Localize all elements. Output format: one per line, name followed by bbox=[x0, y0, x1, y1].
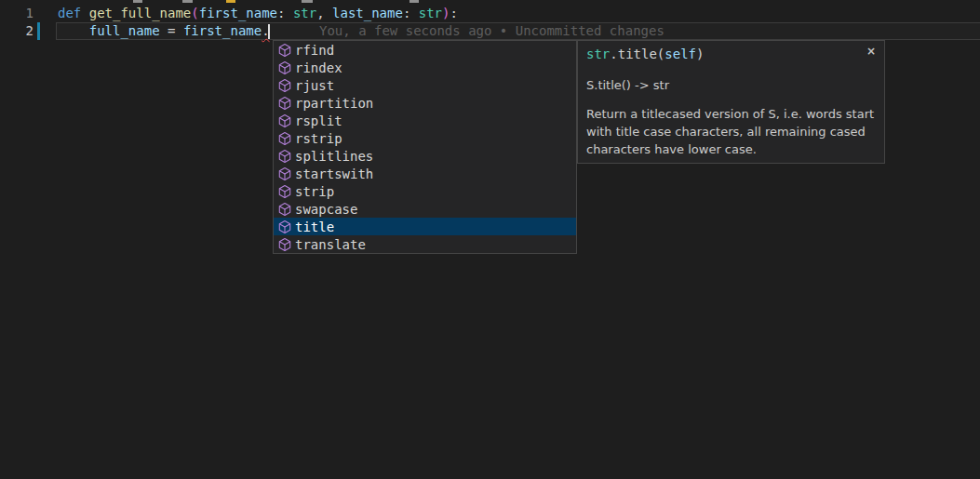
close-icon[interactable]: × bbox=[863, 44, 879, 59]
suggestion-label: translate bbox=[295, 237, 366, 252]
code-token: str bbox=[293, 6, 316, 20]
symbol-method-icon bbox=[277, 166, 292, 181]
symbol-method-icon bbox=[277, 184, 292, 199]
clipped-code-fragment bbox=[302, 0, 313, 3]
code-token bbox=[58, 23, 89, 38]
suggestion-item[interactable]: startswith bbox=[274, 165, 576, 182]
code-token: , bbox=[316, 6, 332, 20]
suggestion-item[interactable]: rpartition bbox=[274, 94, 576, 112]
code-token: def bbox=[58, 6, 89, 20]
clipped-code-fragment bbox=[133, 0, 142, 3]
symbol-method-icon bbox=[277, 220, 292, 234]
code-token: first_name bbox=[199, 6, 277, 20]
code-token: first_name bbox=[183, 23, 262, 38]
suggestion-item[interactable]: title bbox=[274, 218, 576, 235]
suggest-widget: rfind rindex rjust rpartition rsplit rst… bbox=[273, 40, 577, 254]
suggestion-label: rsplit bbox=[295, 113, 342, 128]
suggestion-label: splitlines bbox=[295, 149, 373, 164]
docs-description: Return a titlecased version of S, i.e. w… bbox=[586, 105, 876, 158]
code-token: get_full_name bbox=[89, 6, 192, 20]
docs-summary: S.title() -> str bbox=[586, 77, 876, 93]
suggestion-item[interactable]: rstrip bbox=[274, 129, 576, 147]
docs-signature: str.title(self) bbox=[586, 47, 876, 62]
suggestion-label: strip bbox=[295, 184, 334, 199]
symbol-method-icon bbox=[277, 43, 292, 58]
code-token: .title( bbox=[610, 47, 665, 61]
symbol-method-icon bbox=[277, 202, 292, 217]
suggest-docs-panel: str.title(self) × S.title() -> str Retur… bbox=[577, 40, 885, 164]
suggestion-label: rindex bbox=[295, 60, 342, 75]
suggestion-label: rfind bbox=[295, 43, 334, 58]
suggestion-item[interactable]: rjust bbox=[274, 76, 576, 94]
symbol-method-icon bbox=[277, 60, 292, 75]
code-token: self bbox=[665, 47, 696, 61]
clipped-code-fragment bbox=[182, 0, 193, 3]
vscode-editor-window: 1 2 def get_full_name(first_name: str, l… bbox=[0, 0, 980, 479]
suggestion-item[interactable]: strip bbox=[274, 182, 576, 200]
line-number-2[interactable]: 2 bbox=[0, 22, 34, 40]
suggestion-item[interactable]: splitlines bbox=[274, 147, 576, 165]
code-token: last_name bbox=[332, 6, 403, 20]
suggestion-item[interactable]: translate bbox=[274, 235, 576, 253]
code-token: ) bbox=[442, 6, 450, 20]
symbol-method-icon bbox=[277, 78, 292, 93]
code-line-1[interactable]: def get_full_name(first_name: str, last_… bbox=[58, 5, 458, 22]
line-number-1[interactable]: 1 bbox=[0, 5, 34, 22]
text-cursor bbox=[268, 24, 270, 39]
symbol-method-icon bbox=[277, 237, 292, 252]
clipped-code-fragment bbox=[226, 0, 235, 3]
gitlens-blame-annotation: You, a few seconds ago • Uncommitted cha… bbox=[319, 22, 665, 40]
code-line-2[interactable]: full_name = first_name. bbox=[58, 22, 270, 40]
symbol-method-icon bbox=[277, 113, 292, 128]
suggestion-item[interactable]: rfind bbox=[274, 41, 576, 59]
suggestion-label: rstrip bbox=[295, 131, 342, 146]
suggestion-label: title bbox=[295, 220, 334, 234]
code-token: : bbox=[450, 6, 458, 20]
clipped-code-fragment bbox=[409, 0, 419, 3]
suggestion-item[interactable]: rsplit bbox=[274, 112, 576, 129]
code-token: = bbox=[160, 23, 183, 38]
code-token: str bbox=[419, 6, 442, 20]
code-token: ) bbox=[696, 47, 704, 61]
suggestion-label: swapcase bbox=[295, 202, 357, 217]
code-token: : bbox=[403, 6, 419, 20]
symbol-method-icon bbox=[277, 149, 292, 164]
git-modified-gutter-bar bbox=[37, 22, 40, 40]
suggestion-label: startswith bbox=[295, 166, 373, 181]
suggestion-item[interactable]: swapcase bbox=[274, 200, 576, 218]
code-token: : bbox=[277, 6, 293, 20]
suggestion-label: rjust bbox=[295, 78, 334, 93]
code-token: ( bbox=[191, 6, 198, 20]
code-token: str bbox=[586, 47, 610, 61]
suggestion-item[interactable]: rindex bbox=[274, 59, 576, 76]
symbol-method-icon bbox=[277, 96, 292, 111]
suggestion-label: rpartition bbox=[295, 96, 373, 111]
code-token: full_name bbox=[89, 23, 160, 38]
symbol-method-icon bbox=[277, 131, 292, 146]
